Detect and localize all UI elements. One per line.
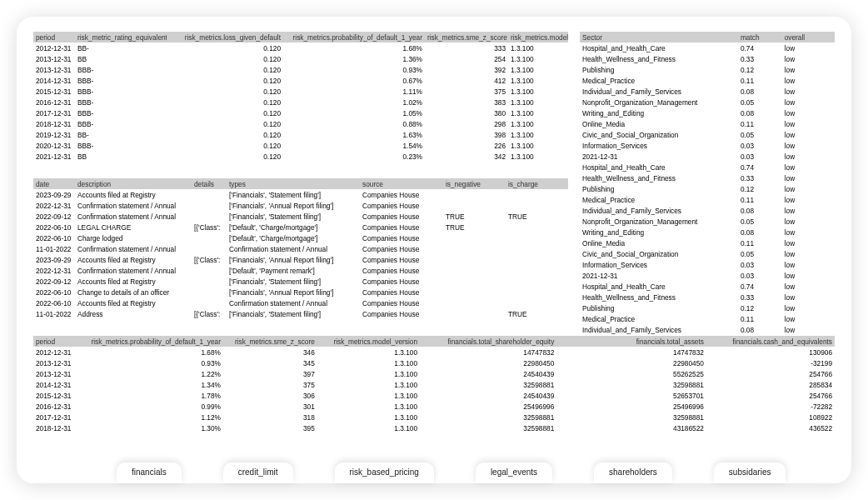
table1-cell: 1.02% xyxy=(283,97,425,108)
table4-cell: 2015-12-31 xyxy=(33,390,77,401)
table2-cell: Publishing xyxy=(580,64,738,75)
table1-cell: 0.120 xyxy=(167,42,283,53)
table3-cell: Confirmation statement / Annual xyxy=(75,211,192,222)
tab-credit-limit[interactable]: credit_limit xyxy=(223,462,293,483)
table1-cell: 2016-12-31 xyxy=(33,97,75,108)
table4-cell: 24540439 xyxy=(420,390,556,401)
table1-cell: 1.11% xyxy=(283,86,425,97)
table2-cell: 0.11 xyxy=(738,194,782,205)
table4-cell: 395 xyxy=(223,422,317,433)
table-row: Nonprofit_Organization_Management0.05low xyxy=(580,97,835,108)
table1-cell: 0.23% xyxy=(283,151,425,162)
table4-cell: 130906 xyxy=(706,347,835,358)
table3-cell: 2022-06-10 xyxy=(33,298,75,308)
table1-cell: BBB- xyxy=(75,64,167,75)
table1-cell: 1.3.100 xyxy=(508,108,568,118)
table2-cell: low xyxy=(782,108,835,118)
table2-cell: low xyxy=(782,270,835,281)
table2-cell: low xyxy=(782,140,835,151)
table2-cell: low xyxy=(782,227,835,238)
table-row: Hospital_and_Health_Care0.74low xyxy=(580,42,835,53)
table3-cell: 11-01-2022 xyxy=(33,308,75,319)
table2-cell: Nonprofit_Organization_Management xyxy=(580,216,738,227)
table1-cell: BB xyxy=(75,151,167,162)
table3-cell: 2023-09-29 xyxy=(33,189,75,200)
table1-cell: 392 xyxy=(425,64,508,75)
table-row: 2014-12-311.34%3751.3.100325988813259888… xyxy=(33,379,835,390)
table2-cell: Hospital_and_Health_Care xyxy=(580,42,738,53)
table2-cell: low xyxy=(782,324,835,335)
table2-cell: low xyxy=(782,162,835,172)
table-row: 2012-12-311.68%3461.3.100147478321474783… xyxy=(33,347,835,358)
table1-header: risk_metrics.loss_given_default xyxy=(167,32,283,42)
table4-cell: 1.22% xyxy=(77,368,223,379)
table2-cell: 0.05 xyxy=(738,97,782,108)
table4-cell: 2016-12-31 xyxy=(33,401,77,412)
table2-cell: low xyxy=(782,292,835,302)
table4-cell: 1.68% xyxy=(77,347,223,358)
table2-cell: Information_Services xyxy=(580,259,738,270)
table-row: 2013-12-31BB0.1201.36%2541.3.100 xyxy=(33,53,568,64)
table-row: 2021-12-310.03low xyxy=(580,151,835,162)
table2-cell: 0.03 xyxy=(738,259,782,270)
table1-cell: 0.120 xyxy=(167,118,283,129)
table2-cell: low xyxy=(782,118,835,129)
table2-cell: 0.33 xyxy=(738,53,782,64)
table1-cell: 0.120 xyxy=(167,75,283,86)
table2-cell: Information_Services xyxy=(580,140,738,151)
table-row: 2013-12-311.22%3971.3.100245404395526252… xyxy=(33,368,835,379)
tab-financials[interactable]: financials xyxy=(117,462,182,483)
table1-header: risk_metrics.model_version xyxy=(508,32,568,42)
table1-cell: 1.54% xyxy=(283,140,425,151)
table4-cell: 1.78% xyxy=(77,390,223,401)
table1-cell: BBB- xyxy=(75,97,167,108)
table2-cell: low xyxy=(782,64,835,75)
table4-cell: 2012-12-31 xyxy=(33,347,77,358)
table2-cell: low xyxy=(782,259,835,270)
table-row: 2018-12-31BBB-0.1200.88%2981.3.100 xyxy=(33,118,568,129)
table1-cell: 298 xyxy=(425,118,508,129)
table3-cell: Confirmation statement / Annual xyxy=(75,265,192,276)
table3-cell: 2023-09-29 xyxy=(33,254,75,265)
table4-cell: 1.3.100 xyxy=(317,422,420,433)
table1-cell: BBB- xyxy=(75,86,167,97)
table1-cell: 2014-12-31 xyxy=(33,75,75,86)
table4-cell: 397 xyxy=(223,368,317,379)
table2-cell: Online_Media xyxy=(580,238,738,248)
tab-legal-events[interactable]: legal_events xyxy=(476,462,552,483)
table1-cell: 2020-12-31 xyxy=(33,140,75,151)
table1-cell: 2015-12-31 xyxy=(33,86,75,97)
table4-cell: 2013-12-31 xyxy=(33,368,77,379)
table1-cell: 0.120 xyxy=(167,108,283,118)
table2-cell: 0.12 xyxy=(738,183,782,194)
table3-cell: 2022-12-31 xyxy=(33,200,75,211)
table4-header: risk_metrics.sme_z_score xyxy=(223,336,317,347)
table2-cell: 2021-12-31 xyxy=(580,270,738,281)
sector-match-table: Sectormatchoverall Hospital_and_Health_C… xyxy=(580,32,835,335)
table-row: Hospital_and_Health_Care0.74low xyxy=(580,162,835,172)
table2-cell: Medical_Practice xyxy=(580,75,738,86)
table1-cell: 1.3.100 xyxy=(508,53,568,64)
table4-cell: -32199 xyxy=(706,358,835,368)
table2-cell: low xyxy=(782,75,835,86)
table-row: Writing_and_Editing0.08low xyxy=(580,108,835,118)
tab-shareholders[interactable]: shareholders xyxy=(594,462,672,483)
table3-cell: 2022-09-12 xyxy=(33,211,75,222)
table4-cell: 55262525 xyxy=(556,368,706,379)
table3-cell: 2022-12-31 xyxy=(33,265,75,276)
table4-header: financials.cash_and_equivalents xyxy=(706,336,835,347)
table1-cell: 0.120 xyxy=(167,53,283,64)
table-row: Health_Wellness_and_Fitness0.33low xyxy=(580,172,835,183)
table1-cell: 0.120 xyxy=(167,129,283,140)
table-row: Individual_and_Family_Services0.08low xyxy=(580,86,835,97)
table4-cell: 1.3.100 xyxy=(317,358,420,368)
tab-risk-based-pricing[interactable]: risk_based_pricing xyxy=(335,462,434,483)
table1-cell: 342 xyxy=(425,151,508,162)
table1-cell: 0.120 xyxy=(167,64,283,75)
table-row: Medical_Practice0.11low xyxy=(580,313,835,324)
table1-cell: 2013-12-31 xyxy=(33,53,75,64)
table4-cell: -72282 xyxy=(706,401,835,412)
table4-cell: 1.3.100 xyxy=(317,412,420,422)
table-row: 2016-12-31BBB-0.1201.02%3831.3.100 xyxy=(33,97,568,108)
tab-subsidaries[interactable]: subsidaries xyxy=(714,462,786,483)
